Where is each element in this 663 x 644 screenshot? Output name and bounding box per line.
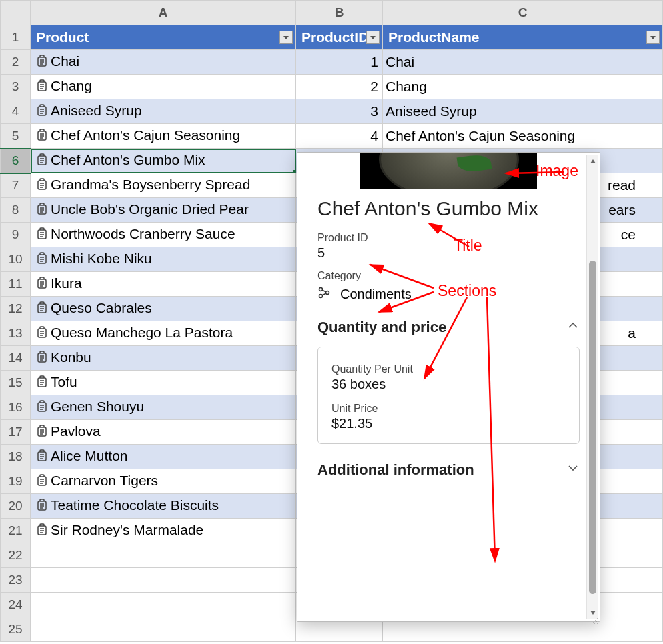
row-number[interactable]: 12: [1, 297, 31, 321]
row-number[interactable]: 15: [1, 371, 31, 395]
cell-text: Genen Shouyu: [51, 399, 144, 414]
empty-cell[interactable]: [31, 568, 296, 593]
cell-product[interactable]: Konbu: [31, 346, 296, 371]
row-number[interactable]: 13: [1, 321, 31, 346]
row-number[interactable]: 8: [1, 198, 31, 223]
card-title: Chef Anton's Gumbo Mix: [317, 197, 580, 220]
scroll-thumb[interactable]: [589, 261, 596, 594]
cell-product[interactable]: Genen Shouyu: [31, 395, 296, 420]
cell-product[interactable]: Uncle Bob's Organic Dried Pear: [31, 198, 296, 223]
record-icon: [36, 103, 48, 120]
cell-product[interactable]: Chef Anton's Cajun Seasoning: [31, 124, 296, 149]
cell-productname[interactable]: Chef Anton's Cajun Seasoning: [383, 124, 663, 149]
cell-product[interactable]: Ikura: [31, 272, 296, 297]
cell-productname[interactable]: Aniseed Syrup: [383, 99, 663, 124]
record-icon: [36, 128, 48, 145]
resize-handle-icon[interactable]: [590, 612, 598, 620]
row-number[interactable]: 7: [1, 173, 31, 198]
record-icon: [36, 449, 48, 465]
empty-cell[interactable]: [31, 593, 296, 617]
filter-dropdown-productid[interactable]: [366, 31, 380, 44]
card-scrollbar[interactable]: [586, 155, 598, 619]
cell-text: read: [608, 177, 636, 193]
empty-cell[interactable]: [31, 543, 296, 568]
empty-cell[interactable]: [31, 617, 296, 642]
cell-product[interactable]: Northwoods Cranberry Sauce: [31, 223, 296, 247]
row-number[interactable]: 9: [1, 223, 31, 247]
col-letter-a[interactable]: A: [31, 1, 296, 25]
cell-product[interactable]: Chai: [31, 50, 296, 75]
cell-text: Aniseed Syrup: [51, 103, 142, 118]
cell-text: Mishi Kobe Niku: [51, 251, 152, 266]
row-number[interactable]: 5: [1, 124, 31, 149]
row-number[interactable]: 24: [1, 593, 31, 617]
cell-text: Chef Anton's Gumbo Mix: [51, 152, 205, 167]
row-number[interactable]: 25: [1, 617, 31, 642]
section-title-qty-price: Quantity and price: [317, 319, 446, 336]
cell-productname[interactable]: Chang: [383, 75, 663, 99]
table-header[interactable]: ProductName: [383, 25, 663, 50]
row-number[interactable]: 4: [1, 99, 31, 124]
cell-product[interactable]: Aniseed Syrup: [31, 99, 296, 124]
field-label-category: Category: [317, 270, 580, 282]
row-number[interactable]: 17: [1, 420, 31, 445]
row-number[interactable]: 3: [1, 75, 31, 99]
row-number[interactable]: 1: [1, 25, 31, 50]
field-value-qtyperunit: 36 boxes: [332, 377, 566, 392]
row-number[interactable]: 11: [1, 272, 31, 297]
filter-dropdown-productname[interactable]: [646, 31, 660, 44]
cell-text: Teatime Chocolate Biscuits: [51, 497, 219, 513]
cell-productid[interactable]: 3: [296, 99, 383, 124]
cell-product[interactable]: Grandma's Boysenberry Spread: [31, 173, 296, 198]
cell-productid[interactable]: 2: [296, 75, 383, 99]
cell-text: Ikura: [51, 275, 82, 291]
select-all-corner[interactable]: [1, 1, 31, 25]
cell-product[interactable]: Alice Mutton: [31, 445, 296, 469]
row-number[interactable]: 14: [1, 346, 31, 371]
row-number[interactable]: 19: [1, 469, 31, 494]
cell-product[interactable]: Chang: [31, 75, 296, 99]
field-value-category: Condiments: [340, 287, 412, 302]
cell-productid[interactable]: 1: [296, 50, 383, 75]
svg-point-84: [319, 295, 323, 298]
record-icon: [36, 227, 48, 243]
col-letter-b[interactable]: B: [296, 1, 383, 25]
section-title-additional: Additional information: [317, 461, 474, 479]
cell-product[interactable]: Carnarvon Tigers: [31, 469, 296, 494]
field-label-qtyperunit: Quantity Per Unit: [332, 363, 566, 375]
data-card-popup: Chef Anton's Gumbo Mix Product ID 5 Cate…: [297, 152, 600, 622]
cell-text: 4: [370, 128, 378, 143]
section-header-additional[interactable]: Additional information: [317, 461, 580, 479]
row-number[interactable]: 6: [1, 149, 31, 173]
row-number[interactable]: 10: [1, 247, 31, 272]
cell-text: Grandma's Boysenberry Spread: [51, 177, 250, 192]
row-number[interactable]: 22: [1, 543, 31, 568]
cell-product[interactable]: Chef Anton's Gumbo Mix: [31, 149, 296, 173]
cell-product[interactable]: Teatime Chocolate Biscuits: [31, 494, 296, 519]
row-number[interactable]: 18: [1, 445, 31, 469]
cell-product[interactable]: Mishi Kobe Niku: [31, 247, 296, 272]
col-letter-c[interactable]: C: [383, 1, 663, 25]
cell-product[interactable]: Sir Rodney's Marmalade: [31, 519, 296, 543]
cell-text: Sir Rodney's Marmalade: [51, 522, 203, 537]
cell-product[interactable]: Tofu: [31, 371, 296, 395]
row-number[interactable]: 21: [1, 519, 31, 543]
table-header[interactable]: ProductID: [296, 25, 383, 50]
section-header-qty-price[interactable]: Quantity and price: [317, 319, 580, 336]
cell-text: Northwoods Cranberry Sauce: [51, 226, 235, 241]
cell-product[interactable]: Queso Cabrales: [31, 297, 296, 321]
scroll-up-icon[interactable]: [587, 155, 599, 167]
row-number[interactable]: 23: [1, 568, 31, 593]
record-icon: [36, 79, 48, 95]
cell-productname[interactable]: Chai: [383, 50, 663, 75]
cell-text: 1: [370, 54, 378, 69]
table-header[interactable]: Product: [31, 25, 296, 50]
row-number[interactable]: 2: [1, 50, 31, 75]
scroll-track[interactable]: [587, 167, 598, 607]
cell-productid[interactable]: 4: [296, 124, 383, 149]
row-number[interactable]: 20: [1, 494, 31, 519]
cell-product[interactable]: Queso Manchego La Pastora: [31, 321, 296, 346]
filter-dropdown-product[interactable]: [279, 31, 293, 44]
cell-product[interactable]: Pavlova: [31, 420, 296, 445]
row-number[interactable]: 16: [1, 395, 31, 420]
